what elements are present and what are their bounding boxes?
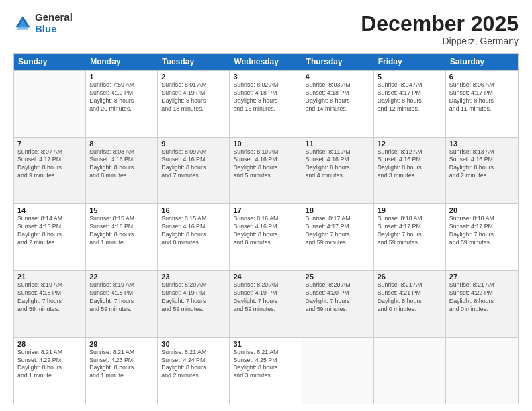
calendar-cell: 11Sunrise: 8:11 AM Sunset: 4:16 PM Dayli… — [302, 138, 374, 203]
logo-icon — [13, 14, 32, 33]
cell-date-number: 1 — [89, 73, 154, 81]
cell-date-number: 4 — [306, 73, 370, 81]
cell-date-number: 21 — [17, 273, 82, 281]
calendar-cell: 29Sunrise: 8:21 AM Sunset: 4:23 PM Dayli… — [86, 338, 158, 404]
cell-date-number: 25 — [306, 273, 370, 281]
cell-sun-info: Sunrise: 8:07 AM Sunset: 4:17 PM Dayligh… — [17, 148, 82, 181]
cell-sun-info: Sunrise: 8:08 AM Sunset: 4:16 PM Dayligh… — [89, 148, 154, 181]
calendar-body: 1Sunrise: 7:59 AM Sunset: 4:19 PM Daylig… — [14, 70, 518, 404]
cell-date-number: 20 — [449, 206, 515, 214]
cell-sun-info: Sunrise: 8:16 AM Sunset: 4:16 PM Dayligh… — [233, 215, 298, 247]
calendar-header: SundayMondayTuesdayWednesdayThursdayFrid… — [14, 54, 518, 70]
cell-sun-info: Sunrise: 8:20 AM Sunset: 4:19 PM Dayligh… — [161, 281, 226, 314]
calendar-cell: 9Sunrise: 8:09 AM Sunset: 4:16 PM Daylig… — [158, 138, 230, 203]
cell-sun-info: Sunrise: 8:21 AM Sunset: 4:24 PM Dayligh… — [161, 349, 226, 381]
calendar-cell — [446, 338, 518, 404]
cell-date-number: 30 — [161, 340, 226, 348]
calendar-row: 14Sunrise: 8:14 AM Sunset: 4:16 PM Dayli… — [14, 203, 518, 270]
weekday-header: Wednesday — [230, 54, 302, 70]
cell-sun-info: Sunrise: 8:21 AM Sunset: 4:22 PM Dayligh… — [449, 281, 515, 314]
cell-date-number: 2 — [161, 73, 226, 81]
calendar-cell: 26Sunrise: 8:21 AM Sunset: 4:21 PM Dayli… — [374, 271, 446, 336]
calendar-cell: 17Sunrise: 8:16 AM Sunset: 4:16 PM Dayli… — [230, 204, 302, 270]
weekday-header: Monday — [86, 54, 158, 70]
cell-sun-info: Sunrise: 8:13 AM Sunset: 4:16 PM Dayligh… — [449, 148, 515, 181]
cell-date-number: 5 — [378, 73, 442, 81]
cell-sun-info: Sunrise: 8:21 AM Sunset: 4:23 PM Dayligh… — [89, 349, 154, 381]
header: General Blue December 2025 Dipperz, Germ… — [13, 12, 519, 46]
cell-date-number: 31 — [233, 340, 298, 348]
cell-date-number: 12 — [378, 140, 442, 148]
logo: General Blue — [13, 12, 73, 34]
logo-general: General — [35, 12, 73, 24]
calendar-row: 1Sunrise: 7:59 AM Sunset: 4:19 PM Daylig… — [14, 70, 518, 136]
weekday-header: Sunday — [14, 54, 86, 70]
cell-sun-info: Sunrise: 8:09 AM Sunset: 4:16 PM Dayligh… — [161, 148, 226, 181]
calendar-cell: 25Sunrise: 8:20 AM Sunset: 4:20 PM Dayli… — [302, 271, 374, 336]
logo-blue: Blue — [35, 24, 73, 35]
calendar-cell: 22Sunrise: 8:19 AM Sunset: 4:18 PM Dayli… — [86, 271, 158, 336]
cell-sun-info: Sunrise: 8:15 AM Sunset: 4:16 PM Dayligh… — [161, 215, 226, 247]
calendar-cell — [14, 71, 86, 136]
calendar-cell: 31Sunrise: 8:21 AM Sunset: 4:25 PM Dayli… — [230, 338, 302, 404]
cell-date-number: 8 — [89, 140, 154, 148]
cell-date-number: 11 — [306, 140, 370, 148]
calendar-row: 21Sunrise: 8:19 AM Sunset: 4:18 PM Dayli… — [14, 270, 518, 336]
calendar-cell: 4Sunrise: 8:03 AM Sunset: 4:18 PM Daylig… — [302, 71, 374, 136]
cell-date-number: 15 — [89, 206, 154, 214]
cell-date-number: 24 — [233, 273, 298, 281]
cell-date-number: 16 — [161, 206, 226, 214]
weekday-header: Saturday — [446, 54, 518, 70]
calendar-row: 7Sunrise: 8:07 AM Sunset: 4:17 PM Daylig… — [14, 137, 518, 203]
cell-sun-info: Sunrise: 8:18 AM Sunset: 4:17 PM Dayligh… — [449, 215, 515, 247]
cell-date-number: 22 — [89, 273, 154, 281]
cell-date-number: 26 — [378, 273, 442, 281]
cell-date-number: 17 — [233, 206, 298, 214]
cell-sun-info: Sunrise: 8:15 AM Sunset: 4:16 PM Dayligh… — [89, 215, 154, 247]
cell-date-number: 27 — [449, 273, 515, 281]
calendar-cell: 15Sunrise: 8:15 AM Sunset: 4:16 PM Dayli… — [86, 204, 158, 270]
cell-date-number: 28 — [17, 340, 82, 348]
calendar-cell: 2Sunrise: 8:01 AM Sunset: 4:19 PM Daylig… — [158, 71, 230, 136]
calendar-cell — [374, 338, 446, 404]
calendar-cell: 5Sunrise: 8:04 AM Sunset: 4:17 PM Daylig… — [374, 71, 446, 136]
cell-sun-info: Sunrise: 8:18 AM Sunset: 4:17 PM Dayligh… — [378, 215, 442, 247]
cell-sun-info: Sunrise: 8:03 AM Sunset: 4:18 PM Dayligh… — [306, 81, 370, 113]
title-block: December 2025 Dipperz, Germany — [361, 12, 519, 46]
cell-sun-info: Sunrise: 8:19 AM Sunset: 4:18 PM Dayligh… — [89, 281, 154, 314]
calendar-cell: 10Sunrise: 8:10 AM Sunset: 4:16 PM Dayli… — [230, 138, 302, 203]
cell-sun-info: Sunrise: 8:10 AM Sunset: 4:16 PM Dayligh… — [233, 148, 298, 181]
cell-date-number: 6 — [449, 73, 515, 81]
calendar-cell: 20Sunrise: 8:18 AM Sunset: 4:17 PM Dayli… — [446, 204, 518, 270]
logo-text: General Blue — [35, 12, 73, 34]
cell-sun-info: Sunrise: 8:04 AM Sunset: 4:17 PM Dayligh… — [378, 81, 442, 113]
cell-sun-info: Sunrise: 8:12 AM Sunset: 4:16 PM Dayligh… — [378, 148, 442, 181]
calendar-row: 28Sunrise: 8:21 AM Sunset: 4:22 PM Dayli… — [14, 337, 518, 404]
cell-sun-info: Sunrise: 8:01 AM Sunset: 4:19 PM Dayligh… — [161, 81, 226, 113]
calendar-cell: 30Sunrise: 8:21 AM Sunset: 4:24 PM Dayli… — [158, 338, 230, 404]
calendar-cell: 7Sunrise: 8:07 AM Sunset: 4:17 PM Daylig… — [14, 138, 86, 203]
cell-date-number: 23 — [161, 273, 226, 281]
cell-date-number: 7 — [17, 140, 82, 148]
cell-sun-info: Sunrise: 8:19 AM Sunset: 4:18 PM Dayligh… — [17, 281, 82, 314]
weekday-header: Thursday — [302, 54, 374, 70]
cell-sun-info: Sunrise: 8:06 AM Sunset: 4:17 PM Dayligh… — [449, 81, 515, 113]
cell-date-number: 10 — [233, 140, 298, 148]
calendar-cell: 18Sunrise: 8:17 AM Sunset: 4:17 PM Dayli… — [302, 204, 374, 270]
calendar-cell: 13Sunrise: 8:13 AM Sunset: 4:16 PM Dayli… — [446, 138, 518, 203]
calendar-cell: 3Sunrise: 8:02 AM Sunset: 4:18 PM Daylig… — [230, 71, 302, 136]
cell-sun-info: Sunrise: 8:20 AM Sunset: 4:19 PM Dayligh… — [233, 281, 298, 314]
calendar-cell: 6Sunrise: 8:06 AM Sunset: 4:17 PM Daylig… — [446, 71, 518, 136]
calendar-cell: 14Sunrise: 8:14 AM Sunset: 4:16 PM Dayli… — [14, 204, 86, 270]
cell-sun-info: Sunrise: 8:11 AM Sunset: 4:16 PM Dayligh… — [306, 148, 370, 181]
calendar-cell: 28Sunrise: 8:21 AM Sunset: 4:22 PM Dayli… — [14, 338, 86, 404]
month-title: December 2025 — [361, 12, 519, 36]
page: General Blue December 2025 Dipperz, Germ… — [0, 0, 532, 411]
calendar-cell: 24Sunrise: 8:20 AM Sunset: 4:19 PM Dayli… — [230, 271, 302, 336]
cell-sun-info: Sunrise: 7:59 AM Sunset: 4:19 PM Dayligh… — [89, 81, 154, 113]
cell-sun-info: Sunrise: 8:20 AM Sunset: 4:20 PM Dayligh… — [306, 281, 370, 314]
calendar-cell: 16Sunrise: 8:15 AM Sunset: 4:16 PM Dayli… — [158, 204, 230, 270]
weekday-header: Tuesday — [158, 54, 230, 70]
cell-sun-info: Sunrise: 8:21 AM Sunset: 4:22 PM Dayligh… — [17, 349, 82, 381]
calendar-cell: 27Sunrise: 8:21 AM Sunset: 4:22 PM Dayli… — [446, 271, 518, 336]
